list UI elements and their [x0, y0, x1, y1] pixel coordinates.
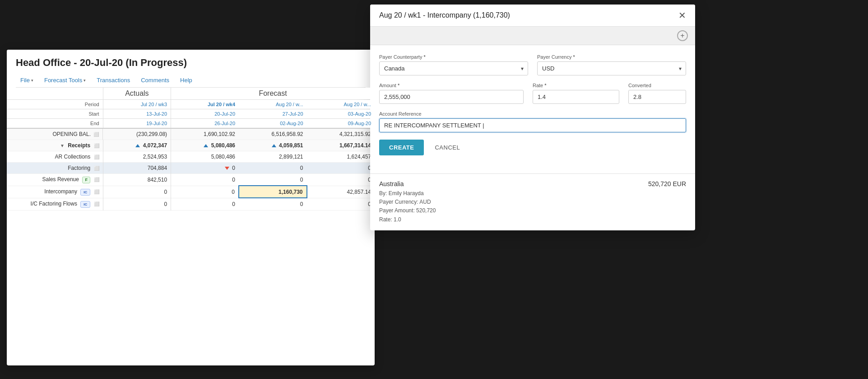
intercompany-ic-badge: IC: [80, 189, 90, 196]
entry-rate: Rate: 1.0: [379, 215, 648, 224]
ic-factoring-aug-w1: 0: [239, 198, 306, 210]
factoring-wk3: 704,884: [103, 163, 171, 174]
amount-group: Amount: [379, 83, 524, 104]
menu-forecast-tools[interactable]: Forecast Tools ▾: [40, 74, 90, 87]
sales-wk3: 842,510: [103, 174, 171, 186]
sales-revenue-label: Sales Revenue F ⬜: [7, 174, 103, 186]
payer-counterparty-label: Payer Counterparty: [379, 54, 528, 60]
entry-payer-amount: Payer Amount: 520,720: [379, 206, 648, 215]
form-row-account-ref: Account Reference: [379, 111, 686, 132]
menu-comments[interactable]: Comments: [136, 74, 174, 87]
receipts-wk3: 4,072,347: [103, 140, 171, 151]
forecast-tools-chevron-icon: ▾: [84, 78, 86, 83]
modal-header: Aug 20 / wk1 - Intercompany (1,160,730) …: [370, 5, 695, 27]
cancel-button[interactable]: CANCEL: [428, 140, 466, 155]
menu-help[interactable]: Help: [176, 74, 197, 87]
ic-factoring-wk3: 0: [103, 198, 171, 210]
receipts-triangle-blue-aug1: [272, 144, 276, 147]
opening-bal-aug-w1: 6,516,958.92: [239, 128, 306, 140]
account-reference-input[interactable]: [379, 118, 686, 132]
amount-input[interactable]: [379, 90, 524, 104]
period-label: Period: [7, 100, 103, 109]
opening-bal-wk3: (230,299.08): [103, 128, 171, 140]
receipts-wk4: 5,080,486: [171, 140, 239, 151]
payer-counterparty-group: Payer Counterparty Canada: [379, 54, 528, 75]
ar-collections-row: AR Collections ⬜ 2,524,953 5,080,486 2,8…: [7, 151, 375, 163]
factoring-label: Factoring ⬜: [7, 163, 103, 174]
modal-toolbar: +: [370, 27, 695, 45]
payer-currency-select[interactable]: USD: [537, 61, 686, 75]
factoring-wk4: 0: [171, 163, 239, 174]
factoring-export-icon[interactable]: ⬜: [94, 166, 99, 171]
receipts-triangle-blue-wk4: [204, 144, 208, 147]
form-actions: CREATE CANCEL: [379, 140, 686, 155]
form-row-payer: Payer Counterparty Canada Payer Currency…: [379, 54, 686, 75]
intercompany-export-icon[interactable]: ⬜: [94, 189, 99, 194]
payer-currency-label: Payer Currency: [537, 54, 686, 60]
modal-close-button[interactable]: ✕: [678, 11, 686, 20]
entry-name: Australia: [379, 180, 648, 187]
file-chevron-icon: ▾: [31, 78, 33, 83]
intercompany-aug-w2: 42,857.14: [307, 186, 375, 198]
ic-factoring-wk4: 0: [171, 198, 239, 210]
add-entry-button[interactable]: +: [677, 30, 688, 41]
rate-group: Rate: [533, 83, 619, 104]
rate-input[interactable]: [533, 90, 619, 104]
ar-aug-w1: 2,899,121: [239, 151, 306, 163]
menu-file[interactable]: File ▾: [16, 74, 38, 87]
entry-details: By: Emily Harayda Payer Currency: AUD Pa…: [379, 189, 648, 224]
col-wk3-header[interactable]: Jul 20 / wk3: [103, 100, 171, 109]
col-wk4-header[interactable]: Jul 20 / wk4: [171, 100, 239, 109]
receipts-aug-w2: 1,667,314.14: [307, 140, 375, 151]
opening-bal-label: OPENING BAL.: [52, 131, 91, 137]
entry-payer-currency: Payer Currency: AUD: [379, 198, 648, 206]
ic-factoring-row: I/C Factoring Flows IC ⬜ 0 0 0 0: [7, 198, 375, 210]
modal-body: Payer Counterparty Canada Payer Currency…: [370, 45, 695, 173]
end-label: End: [7, 119, 103, 129]
sales-wk4: 0: [171, 174, 239, 186]
factoring-aug-w2: 0: [307, 163, 375, 174]
ic-factoring-aug-w2: 0: [307, 198, 375, 210]
form-row-amount: Amount Rate Converted: [379, 83, 686, 104]
page-title: Head Office - 20-Jul-20 (In Progress): [16, 57, 366, 69]
menu-transactions[interactable]: Transactions: [92, 74, 135, 87]
modal-title: Aug 20 / wk1 - Intercompany (1,160,730): [379, 11, 510, 19]
receipts-export-icon[interactable]: ⬜: [94, 143, 99, 148]
ar-wk4: 5,080,486: [171, 151, 239, 163]
ic-factoring-label: I/C Factoring Flows IC ⬜: [7, 198, 103, 210]
factoring-triangle-red: [225, 167, 229, 170]
col-aug-w1-start: 27-Jul-20: [239, 109, 306, 119]
receipts-section-row: ▼ Receipts ⬜ 4,072,347 5,080,486 4,: [7, 140, 375, 151]
col-wk3-start: 13-Jul-20: [103, 109, 171, 119]
sales-export-icon[interactable]: ⬜: [94, 177, 99, 182]
receipts-expand-icon[interactable]: ▼: [60, 143, 65, 148]
col-aug-w2-header[interactable]: Aug 20 / w...: [307, 100, 375, 109]
create-button[interactable]: CREATE: [379, 140, 424, 155]
start-label: Start: [7, 109, 103, 119]
ar-collections-label: AR Collections ⬜: [7, 151, 103, 163]
payer-currency-select-wrapper: USD: [537, 61, 686, 75]
payer-counterparty-select[interactable]: Canada: [379, 61, 528, 75]
rate-label: Rate: [533, 83, 619, 88]
factoring-row: Factoring ⬜ 704,884 0 0 0: [7, 163, 375, 174]
sales-aug-w2: 0: [307, 174, 375, 186]
actuals-header: Actuals: [103, 88, 171, 100]
col-aug-w1-header[interactable]: Aug 20 / w...: [239, 100, 306, 109]
amount-label: Amount: [379, 83, 524, 88]
ar-export-icon[interactable]: ⬜: [94, 154, 99, 159]
factoring-aug-w1: 0: [239, 163, 306, 174]
sales-f-badge: F: [82, 177, 90, 183]
ic-factoring-export-icon[interactable]: ⬜: [94, 201, 99, 206]
export-icon[interactable]: ⬜: [93, 132, 99, 137]
account-reference-label: Account Reference: [379, 111, 686, 117]
payer-counterparty-select-wrapper: Canada: [379, 61, 528, 75]
intercompany-aug-w1-highlighted[interactable]: 1,160,730: [239, 186, 306, 198]
converted-input[interactable]: [628, 90, 686, 104]
entry-info: Australia By: Emily Harayda Payer Curren…: [379, 180, 648, 224]
entry-card: Australia By: Emily Harayda Payer Curren…: [370, 173, 695, 230]
ar-aug-w2: 1,624,457: [307, 151, 375, 163]
opening-bal-aug-w2: 4,321,315.92: [307, 128, 375, 140]
col-wk4-end: 26-Jul-20: [171, 119, 239, 129]
account-reference-group: Account Reference: [379, 111, 686, 132]
menu-bar: File ▾ Forecast Tools ▾ Transactions Com…: [16, 74, 366, 88]
